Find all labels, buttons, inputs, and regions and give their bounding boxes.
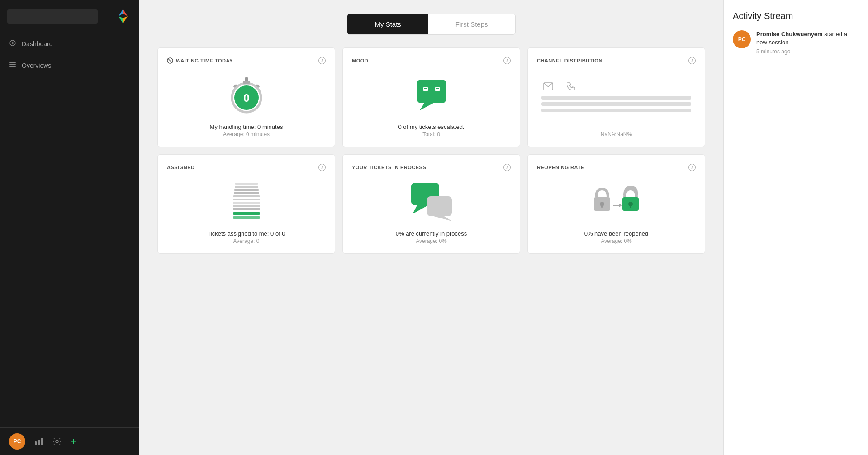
svg-marker-1 xyxy=(119,9,123,16)
locks-svg xyxy=(592,183,641,219)
dist-bars xyxy=(541,96,691,112)
tickets-svg xyxy=(409,180,454,221)
main-content-area: My Stats First Steps WAITING TIME TODAY … xyxy=(139,0,723,455)
svg-rect-46 xyxy=(601,204,603,208)
svg-rect-9 xyxy=(35,441,37,445)
sidebar-item-overviews[interactable]: Overviews xyxy=(0,55,139,76)
svg-rect-30 xyxy=(235,186,258,188)
svg-marker-48 xyxy=(619,204,622,207)
svg-rect-31 xyxy=(234,189,259,191)
svg-rect-33 xyxy=(233,195,260,197)
channel-dist-title: CHANNEL DISTRIBUTION i xyxy=(537,57,696,64)
tickets-in-process-card: YOUR TICKETS IN PROCESS i 0% are xyxy=(342,154,520,254)
channel-dist-visual xyxy=(537,69,696,126)
svg-marker-43 xyxy=(434,216,452,221)
waiting-time-visual: 0 xyxy=(167,69,326,119)
svg-point-5 xyxy=(12,42,14,44)
activity-content: Promise Chukwuenyem started a new sessio… xyxy=(756,30,859,55)
stopwatch-svg: 0 xyxy=(226,71,267,117)
activity-stream-title: Activity Stream xyxy=(733,11,859,21)
svg-rect-35 xyxy=(233,202,260,204)
channel-dist-help-icon[interactable]: i xyxy=(688,57,696,64)
svg-rect-11 xyxy=(41,438,43,445)
svg-rect-51 xyxy=(630,204,631,208)
mood-help-icon[interactable]: i xyxy=(503,57,511,64)
sidebar-item-label: Overviews xyxy=(22,62,51,69)
dist-bar-1 xyxy=(541,96,691,100)
ban-icon xyxy=(167,57,173,64)
svg-rect-27 xyxy=(436,88,439,89)
svg-text:0: 0 xyxy=(243,92,249,104)
svg-rect-36 xyxy=(233,205,260,207)
reopening-rate-footer: 0% have been reopened Average: 0% xyxy=(584,230,649,244)
stats-icon[interactable] xyxy=(34,437,43,446)
svg-rect-42 xyxy=(427,196,452,216)
tickets-process-visual xyxy=(352,175,511,226)
svg-rect-7 xyxy=(9,64,16,65)
svg-rect-37 xyxy=(233,208,260,210)
mood-footer: 0 of my tickets escalated. Total: 0 xyxy=(398,123,465,137)
add-button[interactable]: + xyxy=(71,436,76,447)
mood-svg xyxy=(413,76,450,112)
svg-rect-19 xyxy=(245,77,248,81)
activity-avatar: PC xyxy=(733,30,751,48)
waiting-time-footer: My handling time: 0 minutes Average: 0 m… xyxy=(210,123,283,137)
assigned-card: ASSIGNED i xyxy=(157,154,335,254)
waiting-time-title: WAITING TIME TODAY i xyxy=(167,57,326,64)
svg-rect-8 xyxy=(9,66,16,67)
tab-my-stats[interactable]: My Stats xyxy=(347,14,428,34)
mood-title: MOOD i xyxy=(352,57,511,64)
waiting-time-card: WAITING TIME TODAY i 0 xyxy=(157,47,335,147)
waiting-time-help-icon[interactable]: i xyxy=(318,57,326,64)
reopening-rate-visual xyxy=(537,175,696,226)
assigned-footer: Tickets assigned to me: 0 of 0 Average: … xyxy=(207,230,285,244)
mood-card: MOOD i xyxy=(342,47,520,147)
sidebar-top xyxy=(0,0,139,33)
assigned-help-icon[interactable]: i xyxy=(318,164,326,171)
activity-item: PC Promise Chukwuenyem started a new ses… xyxy=(733,30,859,55)
svg-rect-39 xyxy=(233,216,260,219)
svg-rect-22 xyxy=(417,80,446,103)
search-input[interactable] xyxy=(7,9,98,24)
activity-panel: Activity Stream PC Promise Chukwuenyem s… xyxy=(723,0,868,455)
cards-grid: WAITING TIME TODAY i 0 xyxy=(157,47,705,254)
svg-line-14 xyxy=(168,58,172,63)
activity-text: Promise Chukwuenyem started a new sessio… xyxy=(756,30,859,47)
user-avatar-button[interactable]: PC xyxy=(9,433,25,450)
sidebar-item-dashboard[interactable]: Dashboard xyxy=(0,33,139,55)
dist-bar-3 xyxy=(541,109,691,112)
tab-container: My Stats First Steps xyxy=(347,14,515,35)
tickets-process-footer: 0% are currently in process Average: 0% xyxy=(396,230,467,244)
channel-distribution-card: CHANNEL DISTRIBUTION i xyxy=(527,47,705,147)
svg-marker-23 xyxy=(420,103,433,110)
activity-time: 5 minutes ago xyxy=(756,48,859,55)
svg-marker-0 xyxy=(123,9,128,16)
sidebar-item-label: Dashboard xyxy=(22,40,53,47)
svg-rect-10 xyxy=(38,440,40,445)
svg-rect-6 xyxy=(9,62,16,63)
svg-rect-26 xyxy=(424,88,427,89)
mood-visual xyxy=(352,69,511,119)
channel-icons xyxy=(541,82,575,90)
overviews-icon xyxy=(9,61,16,70)
tab-first-steps[interactable]: First Steps xyxy=(428,14,515,34)
tabs-bar: My Stats First Steps xyxy=(157,14,705,35)
reopening-rate-title: REOPENING RATE i xyxy=(537,164,696,171)
email-icon xyxy=(543,82,553,90)
reopening-rate-help-icon[interactable]: i xyxy=(688,164,696,171)
channel-dist-footer: NaN%NaN% xyxy=(601,130,632,137)
svg-rect-34 xyxy=(233,199,260,200)
dashboard-icon xyxy=(9,39,16,48)
assigned-visual xyxy=(167,175,326,226)
dist-bar-2 xyxy=(541,102,691,106)
tickets-process-help-icon[interactable]: i xyxy=(503,164,511,171)
assigned-title: ASSIGNED i xyxy=(167,164,326,171)
papers-svg xyxy=(228,180,265,221)
svg-rect-29 xyxy=(235,183,258,185)
svg-marker-2 xyxy=(119,16,123,24)
svg-marker-3 xyxy=(123,16,128,24)
svg-rect-38 xyxy=(233,212,260,215)
svg-marker-41 xyxy=(413,205,428,214)
sidebar: Dashboard Overviews PC xyxy=(0,0,139,455)
settings-icon[interactable] xyxy=(52,437,62,446)
